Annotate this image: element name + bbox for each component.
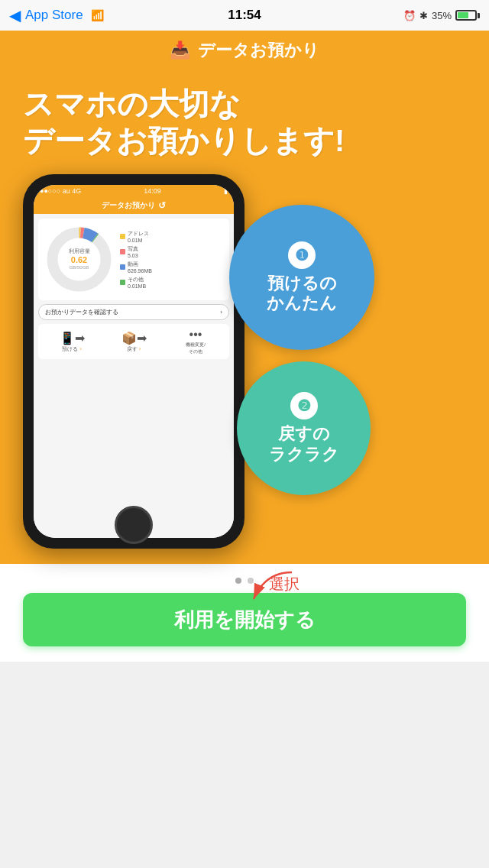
legend-item: 動画626.96MB — [120, 261, 152, 274]
phone-home-button — [115, 506, 153, 544]
bubble-2-number: ❷ — [290, 392, 318, 419]
chart-area: 利用容量 0.62 GB/50GB アドレス0.01M — [38, 219, 229, 300]
status-right: ⏰ ✱ 35% — [403, 10, 480, 21]
bubble-2-text: 戻すのラクラク — [269, 424, 339, 465]
bubble-easy-restore: ❷ 戻すのラクラク — [237, 361, 371, 495]
app-store-back-label[interactable]: App Store — [25, 8, 83, 23]
alarm-icon: ⏰ — [403, 10, 416, 21]
feature-bubbles: ❶ 預けるのかんたん ❷ 戻すのラクラク — [229, 205, 374, 495]
more-icon: ••• — [166, 328, 225, 342]
more-label: 機種変更/その他 — [166, 342, 225, 355]
back-arrow-icon[interactable]: ◀ — [9, 6, 21, 24]
wifi-icon: 📶 — [91, 9, 104, 21]
bubble-1-text: 預けるのかんたん — [267, 274, 337, 314]
bluetooth-icon: ✱ — [419, 10, 428, 21]
donut-label: 利用容量 — [69, 248, 90, 254]
restore-icon: 📦➡ — [104, 331, 164, 345]
start-button[interactable]: 利用を開始する — [23, 593, 466, 646]
phone-section: ●●○○○ au 4G 14:09 ▮ データお預かり ↺ — [23, 174, 466, 549]
donut-center: 利用容量 0.62 GB/50GB — [69, 248, 90, 271]
phone-battery: ▮ — [224, 187, 228, 195]
deposit-icon: 📱➡ — [42, 331, 102, 345]
phone-signal: ●●○○○ au 4G — [40, 187, 81, 195]
donut-unit: GB/50GB — [69, 265, 90, 271]
deposit-nav-item[interactable]: 📱➡ 預ける › — [42, 331, 102, 353]
donut-chart: 利用容量 0.62 GB/50GB — [43, 223, 115, 296]
phone-app-bar: データお預かり ↺ — [34, 197, 234, 214]
page-indicator: 選択 — [235, 578, 254, 584]
page-dot-1[interactable] — [235, 578, 241, 584]
phone-time: 14:09 — [144, 187, 161, 195]
hero-text: スマホの大切なデータお預かりします! — [23, 86, 466, 159]
status-bar: ◀ App Store 📶 11:54 ⏰ ✱ 35% — [0, 0, 489, 31]
status-left: ◀ App Store 📶 — [9, 6, 104, 24]
confirm-data-button[interactable]: お預かりデータを確認する › — [38, 304, 229, 320]
battery-icon — [455, 10, 480, 21]
donut-number: 0.62 — [69, 254, 90, 265]
phone-screen: ●●○○○ au 4G 14:09 ▮ データお預かり ↺ — [34, 185, 234, 538]
app-header: 📥 データお預かり — [0, 31, 489, 70]
confirm-text: お預かりデータを確認する — [45, 308, 118, 316]
bubble-easy-deposit: ❶ 預けるのかんたん — [229, 205, 374, 350]
phone-app-title: データお預かり — [102, 200, 155, 211]
battery-percent: 35% — [432, 10, 452, 21]
app-header-icon: 📥 — [170, 40, 190, 60]
legend-label: 動画626.96MB — [128, 261, 152, 274]
bottom-nav: 📱➡ 預ける › 📦➡ 戻す › ••• 機種変更/その他 — [38, 324, 229, 359]
status-time: 11:54 — [228, 8, 261, 23]
restore-label: 戻す › — [104, 345, 164, 353]
refresh-icon: ↺ — [158, 200, 166, 211]
deposit-label: 預ける › — [42, 345, 102, 353]
legend: アドレス0.01M 写真5.03 動画626.96MB — [120, 230, 152, 289]
phone-status-bar: ●●○○○ au 4G 14:09 ▮ — [34, 185, 234, 197]
bubble-1-number: ❶ — [288, 241, 316, 269]
phone-mockup: ●●○○○ au 4G 14:09 ▮ データお預かり ↺ — [23, 174, 244, 549]
legend-label: 写真5.03 — [128, 245, 138, 258]
legend-label: アドレス0.01M — [128, 230, 149, 243]
main-content: スマホの大切なデータお預かりします! ●●○○○ au 4G 14:09 ▮ デ… — [0, 70, 489, 564]
more-nav-item[interactable]: ••• 機種変更/その他 — [166, 328, 225, 355]
legend-item: 写真5.03 — [120, 245, 152, 258]
select-arrow — [250, 568, 296, 607]
app-header-title: データお預かり — [198, 39, 319, 62]
phone-body: 利用容量 0.62 GB/50GB アドレス0.01M — [34, 214, 234, 538]
legend-item: アドレス0.01M — [120, 230, 152, 243]
legend-item: その他0.01MB — [120, 276, 152, 289]
start-button-label: 利用を開始する — [174, 607, 316, 633]
chevron-right-icon: › — [220, 309, 222, 316]
legend-label: その他0.01MB — [128, 276, 146, 289]
restore-nav-item[interactable]: 📦➡ 戻す › — [104, 331, 164, 353]
bottom-section: 選択 利用を開始する — [0, 564, 489, 662]
